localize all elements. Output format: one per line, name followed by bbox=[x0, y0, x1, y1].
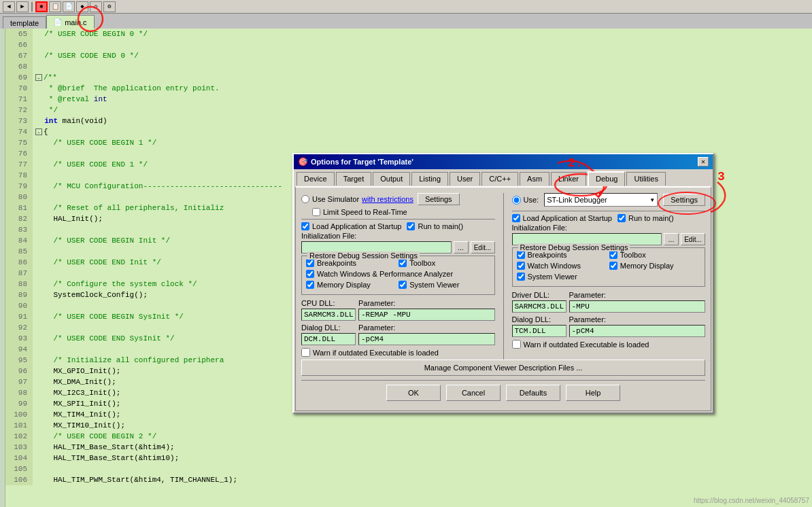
dialog-left-col: Use Simulator with restrictions Settings… bbox=[301, 193, 495, 360]
watch-windows-row-left: Watch Windows & Performance Analyzer bbox=[306, 270, 490, 278]
tab-device[interactable]: Device bbox=[297, 172, 335, 186]
right-settings-btn[interactable]: Settings bbox=[663, 194, 705, 206]
toolbox-check-right[interactable] bbox=[609, 251, 618, 259]
memory-display-label-left: Memory Display bbox=[317, 281, 371, 289]
dialog-dll-param-input-left[interactable] bbox=[358, 333, 495, 345]
dialog-dll-row-left bbox=[301, 333, 495, 345]
dialog-dll-param-label-right: Parameter: bbox=[569, 315, 606, 324]
watch-windows-label-left: Watch Windows & Performance Analyzer bbox=[317, 270, 453, 278]
warn-label-left: Warn if outdated Executable is loaded bbox=[313, 349, 439, 357]
driver-dll-param-input[interactable] bbox=[569, 300, 706, 313]
dialog-close-button[interactable]: ✕ bbox=[698, 157, 709, 167]
load-app-check-left[interactable] bbox=[301, 222, 309, 230]
tab-listing[interactable]: Listing bbox=[411, 172, 448, 186]
ok-button[interactable]: OK bbox=[386, 385, 441, 401]
init-edit-btn-left[interactable]: Edit... bbox=[471, 241, 495, 254]
tab-debug[interactable]: Debug bbox=[588, 171, 625, 186]
svg-text:3: 3 bbox=[717, 170, 725, 183]
tab-target[interactable]: Target bbox=[336, 172, 372, 186]
toolbox-label-left: Toolbox bbox=[409, 259, 435, 267]
init-browse-btn-left[interactable]: ... bbox=[454, 241, 469, 254]
limit-speed-check[interactable] bbox=[312, 208, 320, 216]
defaults-button[interactable]: Defaults bbox=[506, 385, 560, 401]
cpu-dll-param-input[interactable] bbox=[358, 309, 495, 321]
dialog-dll-label-right: Dialog DLL: bbox=[512, 315, 566, 324]
toolbox-check-left[interactable] bbox=[399, 259, 407, 267]
dialog-tabs: Device Target Output Listing User C/C++ … bbox=[294, 169, 713, 186]
cpu-dll-headers: CPU DLL: Parameter: bbox=[301, 299, 495, 307]
manage-component-btn[interactable]: Manage Component Viewer Description File… bbox=[301, 360, 705, 376]
watch-windows-check-right[interactable] bbox=[517, 262, 525, 270]
warn-check-right[interactable] bbox=[512, 340, 521, 349]
dialog-dll-param-input-right[interactable] bbox=[569, 325, 706, 337]
warn-row-left: Warn if outdated Executable is loaded bbox=[301, 348, 495, 357]
warn-row-right: Warn if outdated Executable is loaded bbox=[512, 340, 706, 349]
init-edit-btn-right[interactable]: Edit... bbox=[681, 233, 705, 245]
dialog-buttons: OK Cancel Defaults Help bbox=[301, 380, 705, 405]
cpu-param-label: Parameter: bbox=[358, 299, 395, 307]
use-radio[interactable] bbox=[512, 196, 521, 205]
tab-user[interactable]: User bbox=[450, 172, 480, 186]
dialog-right-col: Use: ST-Link Debugger ▼ Settings bbox=[512, 193, 706, 360]
dialog-content: Use Simulator with restrictions Settings… bbox=[295, 186, 711, 411]
restore-group-label-right: Restore Debug Session Settings bbox=[518, 243, 630, 251]
tab-linker[interactable]: Linker bbox=[551, 172, 586, 186]
dialog-icon: 🎯 bbox=[298, 157, 308, 167]
dialog-dll-headers-left: Dialog DLL: Parameter: bbox=[301, 324, 495, 332]
svg-point-4 bbox=[78, 7, 103, 31]
limit-speed-row: Limit Speed to Real-Time bbox=[312, 208, 495, 216]
load-app-row-left: Load Application at Startup Run to main(… bbox=[301, 222, 495, 230]
warn-label-right: Warn if outdated Executable is loaded bbox=[524, 340, 649, 349]
dialog-dll-input-right[interactable] bbox=[512, 325, 566, 337]
cpu-dll-row bbox=[301, 309, 495, 321]
dialog-dll-label-left: Dialog DLL: bbox=[301, 324, 356, 332]
tab-asm[interactable]: Asm bbox=[520, 172, 549, 186]
dialog-overlay: 🎯 Options for Target 'Template' ✕ Device… bbox=[0, 0, 812, 507]
init-browse-btn-right[interactable]: ... bbox=[664, 233, 679, 245]
memory-display-check-left[interactable] bbox=[306, 281, 314, 289]
debugger-dropdown[interactable]: ST-Link Debugger ▼ bbox=[544, 193, 658, 207]
cpu-dll-input[interactable] bbox=[301, 309, 356, 321]
dialog-dll-input-left[interactable] bbox=[301, 333, 356, 345]
driver-dll-input[interactable] bbox=[512, 300, 566, 313]
restore-group-label-left: Restore Debug Session Settings bbox=[307, 251, 420, 260]
run-to-main-check-left[interactable] bbox=[407, 222, 415, 230]
restore-debug-group-right: Restore Debug Session Settings Breakpoin… bbox=[512, 247, 706, 287]
memory-display-row-left: Memory Display bbox=[306, 281, 397, 289]
watch-windows-check-left[interactable] bbox=[306, 270, 314, 278]
system-viewer-label-right: System Viewer bbox=[528, 273, 577, 281]
restore-debug-group-left: Restore Debug Session Settings Breakpoin… bbox=[301, 256, 495, 295]
use-row: Use: ST-Link Debugger ▼ Settings bbox=[512, 193, 706, 207]
dialog-dll-param-label-left: Parameter: bbox=[358, 324, 395, 332]
load-app-check-right[interactable] bbox=[512, 214, 520, 222]
with-restrictions-link[interactable]: with restrictions bbox=[362, 195, 413, 203]
system-viewer-check-left[interactable] bbox=[399, 281, 407, 289]
dialog-columns: Use Simulator with restrictions Settings… bbox=[301, 193, 705, 360]
breakpoints-label-left: Breakpoints bbox=[317, 259, 356, 267]
run-to-main-label-left: Run to main() bbox=[418, 222, 463, 230]
help-button[interactable]: Help bbox=[566, 385, 620, 401]
watch-windows-label-right: Watch Windows bbox=[528, 262, 581, 270]
dialog-dll-headers-right: Dialog DLL: Parameter: bbox=[512, 315, 706, 324]
cancel-button[interactable]: Cancel bbox=[446, 385, 501, 401]
tab-cpp[interactable]: C/C++ bbox=[481, 172, 518, 186]
tab-output[interactable]: Output bbox=[373, 172, 410, 186]
simulator-settings-btn[interactable]: Settings bbox=[418, 193, 460, 205]
debugger-value: ST-Link Debugger bbox=[547, 196, 607, 204]
tab-utilities[interactable]: Utilities bbox=[626, 172, 665, 186]
column-divider bbox=[503, 193, 504, 360]
system-viewer-check-right[interactable] bbox=[517, 273, 525, 281]
driver-dll-label: Driver DLL: bbox=[512, 291, 566, 299]
simulator-radio[interactable] bbox=[301, 195, 309, 203]
simulator-label: Use Simulator bbox=[312, 195, 359, 203]
warn-check-left[interactable] bbox=[301, 348, 310, 357]
toolbox-label-right: Toolbox bbox=[620, 251, 646, 259]
breakpoints-check-right[interactable] bbox=[517, 251, 525, 259]
memory-display-check-right[interactable] bbox=[609, 262, 618, 270]
use-label: Use: bbox=[524, 196, 539, 204]
system-viewer-label-left: System Viewer bbox=[409, 281, 459, 289]
run-to-main-check-right[interactable] bbox=[618, 214, 626, 222]
dialog-title: Options for Target 'Template' bbox=[311, 158, 413, 166]
breakpoints-check-left[interactable] bbox=[306, 259, 314, 267]
dialog: 🎯 Options for Target 'Template' ✕ Device… bbox=[292, 153, 714, 414]
